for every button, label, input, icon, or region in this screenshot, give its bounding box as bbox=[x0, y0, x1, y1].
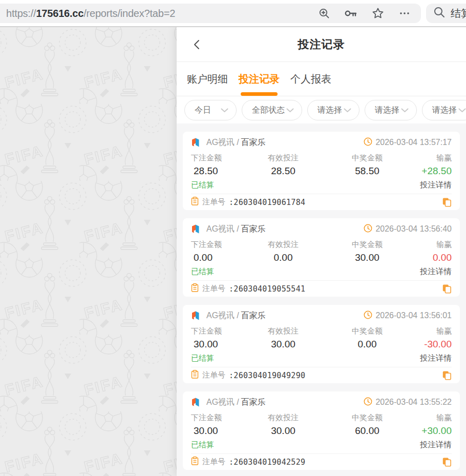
bet-amount-value: 0.00 bbox=[191, 252, 247, 264]
clock-icon bbox=[364, 224, 372, 235]
tab-bar: 账户明细 投注记录 个人报表 bbox=[177, 62, 466, 96]
valid-bet-label: 有效投注 bbox=[247, 240, 319, 250]
clock-icon bbox=[364, 137, 372, 148]
filter-date-dropdown[interactable]: 今日 bbox=[184, 100, 237, 120]
win-amount-value: 0.00 bbox=[319, 339, 415, 351]
copy-order-button[interactable] bbox=[442, 370, 452, 380]
order-note-icon bbox=[191, 283, 199, 294]
status-badge: 已结算 bbox=[191, 180, 214, 190]
provider-name: AG视讯 bbox=[206, 397, 235, 408]
bet-detail-link[interactable]: 投注详情 bbox=[420, 353, 452, 364]
key-icon[interactable] bbox=[344, 7, 357, 20]
game-name: 百家乐 bbox=[241, 311, 266, 321]
record-time: 2026-03-04 13:56:40 bbox=[375, 224, 452, 234]
order-number-value: :260304019061784 bbox=[229, 198, 305, 207]
order-note-icon bbox=[191, 457, 199, 467]
profit-label: 输赢 bbox=[415, 413, 452, 423]
status-badge: 已结算 bbox=[191, 440, 214, 450]
game-name: 百家乐 bbox=[241, 137, 266, 148]
valid-bet-value: 28.50 bbox=[247, 165, 319, 178]
fifa-watermark-pattern: FIFA bbox=[0, 27, 177, 476]
zoom-in-icon[interactable] bbox=[318, 7, 330, 19]
find-box[interactable]: 结算 bbox=[426, 4, 466, 23]
search-icon bbox=[433, 6, 446, 20]
bookmark-star-icon[interactable] bbox=[371, 7, 385, 20]
chevron-left-icon bbox=[191, 38, 203, 51]
bet-record-card: AG视讯 / 百家乐 2026-03-04 13:56:01 下注金额 有效投注… bbox=[183, 305, 460, 383]
chevron-down-icon bbox=[286, 108, 294, 113]
tab-bet-records[interactable]: 投注记录 bbox=[239, 62, 280, 96]
game-name: 百家乐 bbox=[241, 397, 266, 408]
copy-icon bbox=[442, 457, 452, 467]
valid-bet-value: 0.00 bbox=[247, 252, 319, 264]
valid-bet-value: 30.00 bbox=[247, 425, 319, 438]
bet-amount-label: 下注金额 bbox=[191, 153, 247, 163]
ag-provider-logo-icon bbox=[191, 137, 202, 148]
bet-amount-label: 下注金额 bbox=[191, 326, 247, 336]
bet-record-list: AG视讯 / 百家乐 2026-03-04 13:57:17 下注金额 有效投注… bbox=[177, 123, 466, 476]
provider-game-separator: / bbox=[237, 398, 239, 407]
bet-record-card: AG视讯 / 百家乐 2026-03-04 13:56:40 下注金额 有效投注… bbox=[183, 218, 460, 297]
page-content: FIFA 投注记录 账户明细 投注记录 个人报表 bbox=[0, 27, 466, 476]
game-name: 百家乐 bbox=[241, 224, 266, 235]
tab-personal-report[interactable]: 个人报表 bbox=[290, 62, 331, 96]
more-options-icon[interactable] bbox=[398, 7, 411, 19]
bet-amount-label: 下注金额 bbox=[191, 240, 247, 250]
ag-provider-logo-icon bbox=[191, 224, 202, 234]
profit-label: 输赢 bbox=[415, 153, 452, 163]
order-note-icon bbox=[191, 197, 199, 208]
chevron-down-icon bbox=[458, 108, 466, 113]
order-number-label: 注单号 bbox=[202, 197, 225, 207]
win-amount-label: 中奖金额 bbox=[319, 413, 415, 423]
bet-record-card: AG视讯 / 百家乐 2026-03-04 13:55:22 下注金额 有效投注… bbox=[183, 391, 460, 470]
bet-record-card: AG视讯 / 百家乐 2026-03-04 13:57:17 下注金额 有效投注… bbox=[183, 132, 460, 210]
valid-bet-label: 有效投注 bbox=[247, 413, 319, 423]
order-number-label: 注单号 bbox=[202, 457, 225, 467]
bet-amount-label: 下注金额 bbox=[191, 413, 247, 423]
copy-order-button[interactable] bbox=[442, 457, 452, 467]
provider-game-separator: / bbox=[237, 224, 239, 234]
win-amount-value: 58.50 bbox=[319, 165, 415, 178]
provider-game-separator: / bbox=[237, 138, 239, 147]
filter-select-3-dropdown[interactable]: 请选择 bbox=[422, 100, 466, 120]
win-amount-label: 中奖金额 bbox=[319, 326, 415, 336]
url-bar[interactable]: https://175616.cc/reports/index?tab=2 bbox=[0, 4, 421, 23]
ag-provider-logo-icon bbox=[191, 311, 202, 321]
win-amount-label: 中奖金额 bbox=[319, 240, 415, 250]
bet-detail-link[interactable]: 投注详情 bbox=[420, 180, 452, 191]
order-note-icon bbox=[191, 370, 199, 381]
bet-detail-link[interactable]: 投注详情 bbox=[420, 440, 452, 450]
order-number-value: :260304019049290 bbox=[229, 371, 305, 380]
provider-game-separator: / bbox=[237, 311, 239, 320]
copy-order-button[interactable] bbox=[442, 197, 452, 207]
provider-name: AG视讯 bbox=[206, 224, 235, 235]
chevron-down-icon bbox=[401, 108, 409, 113]
profit-value: +28.50 bbox=[415, 165, 452, 178]
chevron-down-icon bbox=[221, 108, 228, 113]
win-amount-value: 60.00 bbox=[319, 425, 415, 438]
find-text: 结算 bbox=[451, 7, 466, 20]
profit-value: 0.00 bbox=[415, 252, 452, 264]
clock-icon bbox=[364, 397, 372, 408]
bet-detail-link[interactable]: 投注详情 bbox=[420, 266, 452, 277]
filter-bar: 今日 全部状态 请选择 请选择 请选择 bbox=[177, 96, 466, 123]
tab-account-details[interactable]: 账户明细 bbox=[187, 62, 228, 96]
filter-status-dropdown[interactable]: 全部状态 bbox=[242, 100, 302, 120]
bet-amount-value: 28.50 bbox=[191, 165, 247, 178]
provider-name: AG视讯 bbox=[206, 311, 235, 321]
page-title: 投注记录 bbox=[298, 37, 345, 52]
filter-select-2-dropdown[interactable]: 请选择 bbox=[365, 100, 417, 120]
order-number-label: 注单号 bbox=[202, 370, 225, 380]
ag-provider-logo-icon bbox=[191, 397, 202, 407]
filter-select-1-dropdown[interactable]: 请选择 bbox=[307, 100, 359, 120]
chevron-down-icon bbox=[344, 108, 351, 113]
back-button[interactable] bbox=[187, 27, 207, 61]
copy-order-button[interactable] bbox=[442, 284, 452, 294]
order-number-value: :260304019055541 bbox=[229, 284, 305, 294]
win-amount-value: 30.00 bbox=[319, 252, 415, 264]
copy-icon bbox=[442, 197, 452, 207]
bet-amount-value: 30.00 bbox=[191, 339, 247, 351]
record-time: 2026-03-04 13:57:17 bbox=[375, 138, 452, 147]
status-badge: 已结算 bbox=[191, 354, 214, 363]
browser-bar: https://175616.cc/reports/index?tab=2 结算 bbox=[0, 0, 466, 27]
